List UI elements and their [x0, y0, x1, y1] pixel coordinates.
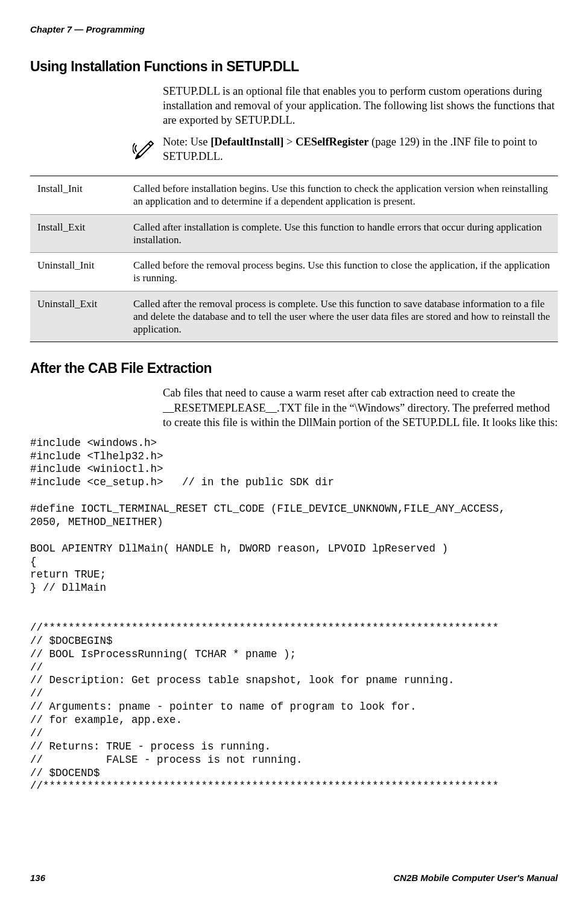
table-row: Uninstall_Init Called before the removal… [30, 253, 558, 291]
cab-body-text: Cab files that need to cause a warm rese… [163, 386, 558, 429]
table-row: Install_Init Called before installation … [30, 176, 558, 215]
manual-title: CN2B Mobile Computer User's Manual [393, 873, 558, 883]
func-desc: Called before the removal process begins… [126, 253, 558, 291]
func-name: Install_Exit [30, 214, 126, 253]
heading-cab-extraction: After the CAB File Extraction [30, 360, 558, 377]
code-listing: #include <windows.h> #include <Tlhelp32.… [30, 437, 558, 794]
note-defaultinstall: DefaultInstall [214, 136, 280, 148]
note-text: Note: Use [DefaultInstall] > CESelfRegis… [163, 135, 558, 164]
table-row: Install_Exit Called after installation i… [30, 214, 558, 253]
note-gt: > [283, 136, 296, 148]
func-name: Uninstall_Exit [30, 291, 126, 342]
note-block: Note: Use [DefaultInstall] > CESelfRegis… [133, 135, 558, 164]
func-name: Uninstall_Init [30, 253, 126, 291]
table-row: Uninstall_Exit Called after the removal … [30, 291, 558, 342]
note-icon [133, 136, 160, 162]
functions-table: Install_Init Called before installation … [30, 176, 558, 342]
heading-setup-dll: Using Installation Functions in SETUP.DL… [30, 59, 558, 75]
func-desc: Called before installation begins. Use t… [126, 176, 558, 215]
page-number: 136 [30, 873, 45, 883]
note-ceselfregister: CESelfRegister [296, 136, 368, 148]
func-desc: Called after the removal process is comp… [126, 291, 558, 342]
chapter-header: Chapter 7 — Programming [30, 24, 558, 34]
note-prefix: Note: Use [163, 136, 210, 148]
func-desc: Called after installation is complete. U… [126, 214, 558, 253]
setup-body-text: SETUP.DLL is an optional file that enabl… [163, 84, 558, 127]
func-name: Install_Init [30, 176, 126, 215]
